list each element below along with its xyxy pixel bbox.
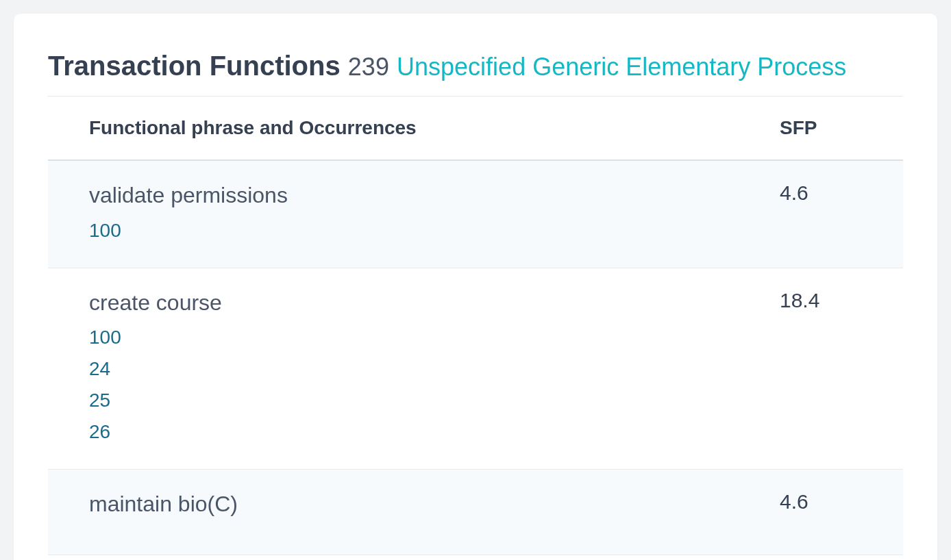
title-count: 239 bbox=[348, 53, 389, 81]
functions-table: Functional phrase and Occurrences SFP va… bbox=[48, 97, 903, 555]
phrase-text: create course bbox=[89, 289, 780, 318]
table-row: create course 100 24 25 26 18.4 bbox=[48, 268, 903, 470]
page-title: Transaction Functions 239 Unspecified Ge… bbox=[48, 48, 903, 97]
occurrence-list: 100 24 25 26 bbox=[89, 327, 780, 443]
occurrence-link[interactable]: 25 bbox=[89, 390, 780, 411]
occurrence-link[interactable]: 24 bbox=[89, 358, 780, 380]
occurrence-link[interactable]: 26 bbox=[89, 421, 780, 443]
phrase-text: maintain bio(C) bbox=[89, 490, 780, 519]
table-row: maintain bio(C) 4.6 bbox=[48, 470, 903, 555]
title-subtitle: Unspecified Generic Elementary Process bbox=[397, 53, 846, 81]
title-text: Transaction Functions bbox=[48, 51, 341, 81]
sfp-value: 4.6 bbox=[780, 470, 903, 555]
table-row: validate permissions 100 4.6 bbox=[48, 160, 903, 268]
phrase-text: validate permissions bbox=[89, 181, 780, 210]
sfp-value: 18.4 bbox=[780, 268, 903, 470]
transaction-functions-card: Transaction Functions 239 Unspecified Ge… bbox=[14, 14, 937, 560]
occurrence-link[interactable]: 100 bbox=[89, 327, 780, 348]
sfp-value: 4.6 bbox=[780, 160, 903, 268]
occurrence-link[interactable]: 100 bbox=[89, 220, 780, 242]
occurrence-list: 100 bbox=[89, 220, 780, 242]
column-header-phrase: Functional phrase and Occurrences bbox=[48, 97, 780, 160]
column-header-sfp: SFP bbox=[780, 97, 903, 160]
